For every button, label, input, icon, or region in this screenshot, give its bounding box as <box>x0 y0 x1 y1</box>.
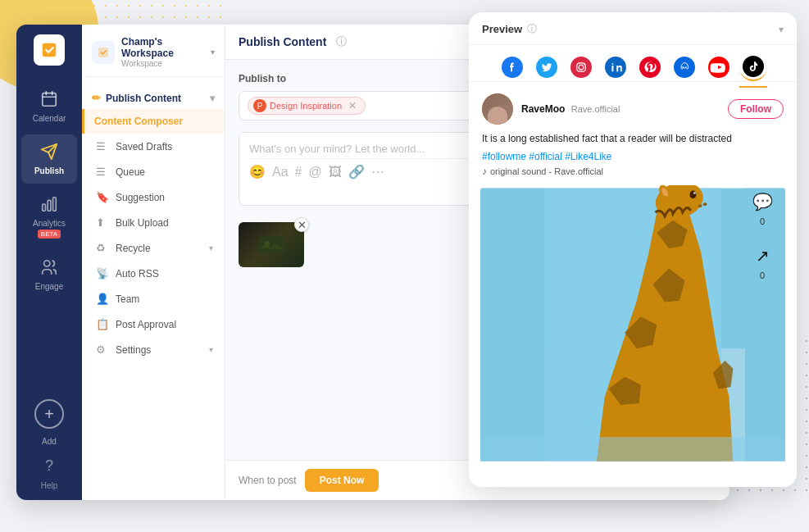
recycle-icon: ♻ <box>96 242 109 254</box>
add-label: Add <box>42 437 57 446</box>
sidebar-item-publish[interactable]: Publish <box>21 134 77 184</box>
tab-instagram[interactable] <box>567 53 595 81</box>
tab-linkedin[interactable] <box>602 53 629 81</box>
nav-item-queue[interactable]: ☰ Queue <box>82 159 225 184</box>
link-tool[interactable]: 🔗 <box>348 164 365 180</box>
settings-label: Settings <box>116 344 151 356</box>
nav-item-suggestion[interactable]: 🔖 Suggestion <box>82 184 225 210</box>
post-username: RaveMoo Rave.official <box>521 103 720 115</box>
calendar-icon <box>40 90 58 111</box>
post-hashtags: #followme #official #Like4Like <box>482 151 784 162</box>
nav-item-bulk-upload[interactable]: ⬆ Bulk Upload <box>82 210 225 235</box>
preview-post: RaveMoo Rave.official Follow It is a lon… <box>469 82 797 474</box>
help-button[interactable]: ? <box>45 457 53 475</box>
follow-btn[interactable]: Follow <box>728 99 784 119</box>
svg-rect-3 <box>48 200 51 211</box>
tab-tiktok[interactable] <box>739 53 767 81</box>
social-tabs <box>469 45 797 82</box>
sidebar-item-calendar[interactable]: Calendar <box>21 82 77 131</box>
sidebar-item-engage[interactable]: Engage <box>21 250 77 299</box>
mention-tool[interactable]: @ <box>308 165 321 180</box>
svg-rect-1 <box>43 93 57 107</box>
preview-header: Preview ⓘ ▾ <box>469 12 797 45</box>
suggestion-icon: 🔖 <box>96 191 109 203</box>
sidebar-analytics-label: Analytics <box>33 219 66 228</box>
sidebar-bottom: + Add ? Help <box>34 399 64 490</box>
share-icon: ↗ <box>749 243 775 269</box>
publish-section-icon: ✏ <box>92 92 101 104</box>
svg-point-11 <box>570 57 592 78</box>
saved-drafts-label: Saved Drafts <box>116 141 172 152</box>
hashtag-tool[interactable]: # <box>295 165 302 180</box>
post-sound: ♪ original sound - Rave.official <box>482 166 784 177</box>
when-to-post-label: When to post <box>239 475 297 486</box>
svg-rect-34 <box>480 437 785 461</box>
settings-chevron: ▾ <box>209 345 213 354</box>
tab-twitter[interactable] <box>533 53 561 81</box>
pinterest-tag-icon: P <box>253 99 266 112</box>
comment-count: 0 <box>760 216 765 226</box>
more-tool[interactable]: ⋯ <box>371 164 384 180</box>
svg-rect-32 <box>480 189 544 462</box>
nav-item-saved-drafts[interactable]: ☰ Saved Drafts <box>82 134 225 159</box>
comment-action[interactable]: 💬 0 <box>749 189 775 226</box>
workspace-chevron[interactable]: ▾ <box>211 48 215 57</box>
remove-media-btn[interactable]: ✕ <box>294 217 309 232</box>
svg-point-27 <box>693 192 696 194</box>
svg-rect-7 <box>259 237 284 253</box>
analytics-icon <box>40 195 58 216</box>
media-thumbnail: ✕ <box>239 222 304 267</box>
comment-icon: 💬 <box>749 189 775 215</box>
workspace-header: Champ's Workspace Workspace ▾ <box>82 25 225 77</box>
svg-point-18 <box>682 66 683 68</box>
post-avatar <box>482 93 513 125</box>
logo[interactable] <box>34 34 65 66</box>
main-title-info-icon[interactable]: ⓘ <box>336 34 347 49</box>
nav-panel: Champ's Workspace Workspace ▾ ✏ Publish … <box>82 25 225 500</box>
tab-facebook[interactable] <box>498 53 526 81</box>
sidebar-engage-label: Engage <box>35 282 63 291</box>
section-chevron[interactable]: ▾ <box>210 93 215 104</box>
tab-meta[interactable] <box>670 53 698 81</box>
publish-content-section: ✏ Publish Content ▾ <box>82 82 225 109</box>
post-user-row: RaveMoo Rave.official Follow <box>482 93 784 125</box>
share-action[interactable]: ↗ 0 <box>749 243 775 280</box>
add-button[interactable]: + <box>34 399 64 429</box>
nav-item-recycle[interactable]: ♻ Recycle ▾ <box>82 235 225 261</box>
recycle-label: Recycle <box>116 243 151 254</box>
emoji-tool[interactable]: 😊 <box>249 164 266 180</box>
nav-item-auto-rss[interactable]: 📡 Auto RSS <box>82 261 225 286</box>
media-image <box>239 222 304 267</box>
svg-point-21 <box>743 56 764 77</box>
sidebar-item-analytics[interactable]: Analytics BETA <box>21 187 77 247</box>
auto-rss-icon: 📡 <box>96 267 109 280</box>
nav-item-settings[interactable]: ⚙ Settings ▾ <box>82 337 225 362</box>
post-image-container: ♥ 0 💬 0 ↗ 0 <box>480 185 785 467</box>
svg-rect-0 <box>43 43 57 57</box>
post-now-btn[interactable]: Post Now <box>305 469 380 492</box>
workspace-name: Champ's Workspace <box>121 36 204 59</box>
nav-item-content-composer[interactable]: Content Composer <box>82 109 225 134</box>
preview-info-icon[interactable]: ⓘ <box>527 22 537 36</box>
tab-youtube[interactable] <box>705 53 733 81</box>
sidebar-publish-label: Publish <box>34 166 64 175</box>
remove-tag-btn[interactable]: ✕ <box>348 100 357 111</box>
nav-item-team[interactable]: 👤 Team <box>82 286 225 311</box>
queue-label: Queue <box>116 166 145 178</box>
panel-collapse-btn[interactable]: ▾ <box>779 24 784 35</box>
music-icon: ♪ <box>482 166 487 177</box>
logo-icon <box>40 41 58 59</box>
post-approval-icon: 📋 <box>96 318 109 330</box>
svg-rect-6 <box>98 48 108 57</box>
beta-badge: BETA <box>38 230 61 239</box>
publish-section-label: Publish Content <box>106 93 181 104</box>
nav-item-post-approval[interactable]: 📋 Post Approval <box>82 311 225 337</box>
image-tool[interactable]: 🖼 <box>329 165 342 180</box>
tab-pinterest[interactable] <box>636 53 664 81</box>
svg-point-15 <box>605 57 626 78</box>
workspace-sub: Workspace <box>121 59 204 68</box>
suggestion-label: Suggestion <box>116 192 165 203</box>
text-tool[interactable]: Aa <box>272 165 289 180</box>
post-actions: ♥ 0 💬 0 ↗ 0 <box>749 185 775 285</box>
queue-icon: ☰ <box>96 166 109 178</box>
